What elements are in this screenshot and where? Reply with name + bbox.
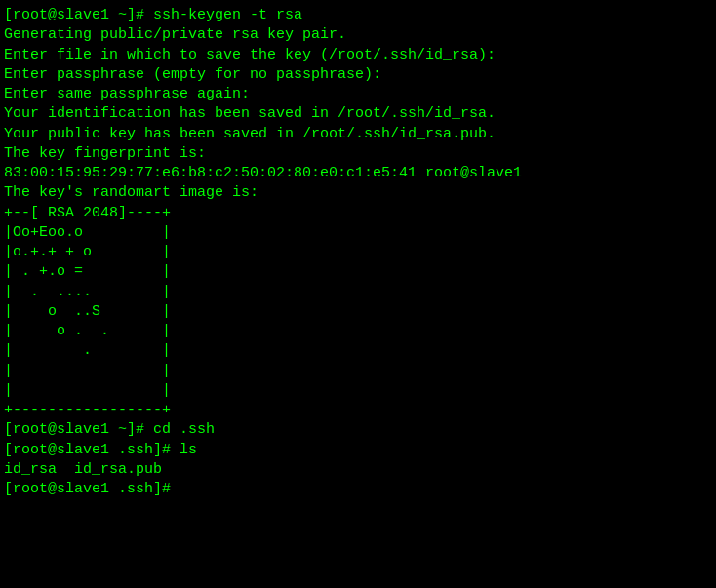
terminal-line: Enter file in which to save the key (/ro… bbox=[4, 46, 712, 65]
terminal-line: | | bbox=[4, 362, 712, 381]
terminal-line: id_rsa id_rsa.pub bbox=[4, 460, 712, 480]
terminal-line: +-----------------+ bbox=[4, 401, 712, 420]
terminal-line: [root@slave1 .ssh]# bbox=[4, 480, 712, 499]
terminal-line: The key fingerprint is: bbox=[4, 144, 712, 164]
terminal-line: | . .... | bbox=[4, 283, 712, 302]
terminal-line: Enter same passphrase again: bbox=[4, 85, 712, 104]
terminal-line: | | bbox=[4, 381, 712, 401]
terminal-line: Enter passphrase (empty for no passphras… bbox=[4, 65, 712, 85]
terminal-line: Generating public/private rsa key pair. bbox=[4, 25, 712, 45]
terminal-line: The key's randomart image is: bbox=[4, 183, 712, 203]
terminal-line: [root@slave1 ~]# cd .ssh bbox=[4, 420, 712, 440]
terminal-line: |Oo+Eoo.o | bbox=[4, 223, 712, 243]
terminal-line: | . +.o = | bbox=[4, 262, 712, 282]
terminal-line: | o ..S | bbox=[4, 302, 712, 322]
terminal-line: |o.+.+ + o | bbox=[4, 243, 712, 262]
terminal-line: Your identification has been saved in /r… bbox=[4, 104, 712, 124]
terminal-window[interactable]: [root@slave1 ~]# ssh-keygen -t rsaGenera… bbox=[0, 0, 716, 588]
terminal-line: [root@slave1 .ssh]# ls bbox=[4, 441, 712, 460]
terminal-line: [root@slave1 ~]# ssh-keygen -t rsa bbox=[4, 6, 712, 25]
terminal-line: 83:00:15:95:29:77:e6:b8:c2:50:02:80:e0:c… bbox=[4, 164, 712, 183]
terminal-line: Your public key has been saved in /root/… bbox=[4, 125, 712, 144]
terminal-line: | . | bbox=[4, 341, 712, 361]
terminal-line: +--[ RSA 2048]----+ bbox=[4, 204, 712, 223]
terminal-line: | o . . | bbox=[4, 322, 712, 341]
